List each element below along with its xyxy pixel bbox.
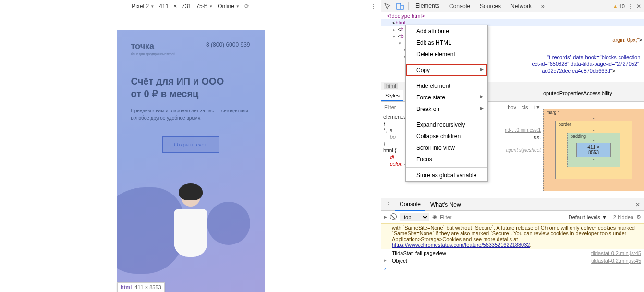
console-warning-message: with `SameSite=None` but without `Secure… <box>381 223 644 249</box>
rendered-page[interactable]: точка банк для предпринимателей 8 (800) … <box>117 30 265 292</box>
warnings-badge[interactable]: ▲10 <box>613 3 625 9</box>
tab-styles[interactable]: Styles <box>381 90 403 101</box>
viewport-width-input[interactable]: 411 <box>159 3 169 10</box>
ctx-hide-element[interactable]: Hide element <box>406 80 487 92</box>
menu-separator <box>406 167 487 168</box>
console-filter-input[interactable] <box>440 214 566 220</box>
devtools-main-toolbar: Elements Console Sources Network » ▲10 ⋮… <box>381 0 644 12</box>
ctx-focus[interactable]: Focus <box>406 154 487 165</box>
ctx-force-state[interactable]: Force state▶ <box>406 92 487 103</box>
ctx-edit-as-html[interactable]: Edit as HTML <box>406 37 487 49</box>
tab-console[interactable]: Console <box>444 0 475 12</box>
drawer-tab-console[interactable]: Console <box>395 198 425 211</box>
sidebar-toggle-icon[interactable]: ▸ <box>384 214 387 220</box>
message-source-link[interactable]: tildastat-0.2.min.js:45 <box>591 258 641 264</box>
hero-illustration <box>117 158 265 292</box>
console-log-message: ▸ Object tildastat-0.2.min.js:45 <box>381 257 644 265</box>
hidden-messages-badge[interactable]: 2 hidden <box>613 214 633 220</box>
dimension-separator: × <box>173 3 177 10</box>
warning-link[interactable]: https://www.chromestatus.com/feature/563… <box>392 242 530 248</box>
ctx-add-attribute[interactable]: Add attribute <box>406 25 487 37</box>
ctx-collapse-children[interactable]: Collapse children <box>406 131 487 142</box>
element-dimensions-tooltip: html 411 × 8553 <box>117 282 165 292</box>
cls-toggle[interactable]: .cls <box>518 104 530 110</box>
breadcrumb-html[interactable]: html <box>384 83 398 89</box>
submenu-arrow-icon: ▶ <box>480 67 484 72</box>
inspect-element-icon[interactable] <box>381 0 394 12</box>
new-rule-icon[interactable]: +▾ <box>530 103 543 110</box>
drawer-tab-whatsnew[interactable]: What's New <box>425 198 466 211</box>
console-prompt[interactable]: › <box>381 265 644 272</box>
ctx-delete-element[interactable]: Delete element <box>406 49 487 60</box>
tab-accessibility[interactable]: Accessibility <box>583 90 612 101</box>
tab-network[interactable]: Network <box>506 0 536 12</box>
computed-panel: oputed Properties Accessibility margin- … <box>543 90 644 198</box>
log-levels-selector[interactable]: Default levels ▼ <box>569 214 607 220</box>
tabs-overflow-icon[interactable]: » <box>536 0 549 12</box>
submenu-arrow-icon: ▶ <box>480 106 484 110</box>
ctx-copy[interactable]: Copy▶ <box>406 64 487 76</box>
console-output[interactable]: with `SameSite=None` but without `Secure… <box>381 223 644 292</box>
submenu-arrow-icon: ▶ <box>480 94 484 99</box>
tab-properties[interactable]: Properties <box>559 90 583 101</box>
throttle-selector[interactable]: Online ▼ <box>218 3 240 10</box>
ctx-expand-recursively[interactable]: Expand recursively <box>406 119 487 131</box>
settings-icon[interactable]: ⋮ <box>628 3 633 10</box>
device-mode-panel: Pixel 2 ▼ 411 × 731 75% ▼ Online ▼ ⟳ ⋮ т… <box>0 0 381 292</box>
clear-console-icon[interactable] <box>390 213 397 221</box>
hov-toggle[interactable]: :hov <box>504 104 518 110</box>
live-expression-icon[interactable]: ◉ <box>432 214 437 220</box>
context-menu: Add attribute Edit as HTML Delete elemen… <box>405 25 488 182</box>
device-toolbar: Pixel 2 ▼ 411 × 731 75% ▼ Online ▼ ⟳ ⋮ <box>0 0 381 12</box>
viewport-height-input[interactable]: 731 <box>182 3 191 10</box>
console-drawer: ⋮ Console What's New ✕ ▸ top ◉ Default l… <box>381 198 644 292</box>
tab-computed[interactable]: oputed <box>543 90 559 101</box>
close-devtools-icon[interactable]: ✕ <box>636 3 641 10</box>
tab-sources[interactable]: Sources <box>475 0 506 12</box>
ctx-scroll-into-view[interactable]: Scroll into view <box>406 142 487 154</box>
chevron-down-icon: ▼ <box>209 4 213 9</box>
menu-separator <box>406 62 487 62</box>
context-selector[interactable]: top <box>400 213 429 221</box>
menu-separator <box>406 78 487 78</box>
box-model-diagram[interactable]: margin- border- padding- 411 × 8553 - - … <box>543 102 644 198</box>
more-options-icon[interactable]: ⋮ <box>370 2 377 10</box>
message-source-link[interactable]: tildastat-0.2.min.js:45 <box>591 250 641 256</box>
ctx-break-on[interactable]: Break on▶ <box>406 103 487 115</box>
device-viewport: точка банк для предпринимателей 8 (800) … <box>0 12 381 292</box>
menu-separator <box>406 117 487 117</box>
chevron-down-icon: ▼ <box>236 4 240 9</box>
zoom-selector[interactable]: 75% ▼ <box>196 3 213 10</box>
rotate-icon[interactable]: ⟳ <box>244 3 249 10</box>
svg-rect-1 <box>401 5 403 9</box>
device-mode-toggle-icon[interactable] <box>394 0 406 12</box>
chevron-down-icon: ▼ <box>150 4 154 9</box>
close-drawer-icon[interactable]: ✕ <box>632 201 644 208</box>
ctx-store-global[interactable]: Store as global variable <box>406 170 487 181</box>
console-settings-icon[interactable]: ⚙ <box>636 214 641 220</box>
console-log-message: TildaStat: fail pageview tildastat-0.2.m… <box>381 249 644 257</box>
device-selector[interactable]: Pixel 2 ▼ <box>132 3 154 10</box>
warning-icon: ▲ <box>613 3 618 9</box>
svg-rect-0 <box>397 3 401 9</box>
tab-elements[interactable]: Elements <box>411 0 444 12</box>
drawer-menu-icon[interactable]: ⋮ <box>381 201 395 208</box>
